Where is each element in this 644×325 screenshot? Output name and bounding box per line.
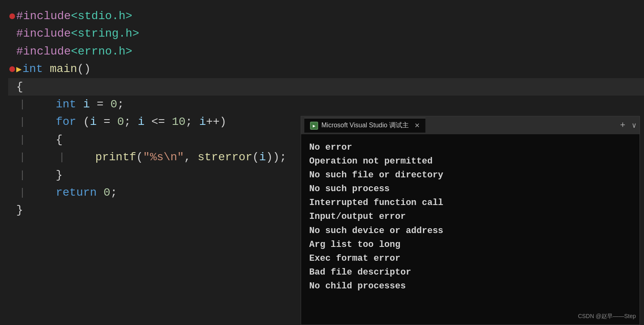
kw-return: return xyxy=(56,184,97,201)
for-semi2: ; xyxy=(186,113,199,131)
include-keyword-1: #include xyxy=(16,7,71,25)
terminal-tab-actions: + ∨ xyxy=(620,120,636,131)
gutter-10: | xyxy=(16,167,28,183)
gutter-6: | xyxy=(16,96,28,113)
var-i-5: i xyxy=(259,148,266,166)
kw-int: int xyxy=(22,60,43,78)
parens: () xyxy=(77,60,91,78)
terminal-output-line: Bad file descriptor xyxy=(309,266,631,279)
arrow-indicator: ▶ xyxy=(16,63,22,77)
gutter-8: | xyxy=(16,132,28,148)
func-printf: printf xyxy=(95,148,136,166)
kw-int-2: int xyxy=(56,96,76,113)
gutter-7: | xyxy=(16,114,28,130)
include-header-3: <errno.h> xyxy=(71,43,132,60)
num-10: 10 xyxy=(172,113,186,131)
code-line-3: #include<errno.h> xyxy=(8,43,644,60)
printf-format: "%s\n" xyxy=(143,148,184,166)
terminal-tab-label: Microsoft Visual Studio 调试主 xyxy=(321,121,409,130)
var-i: i xyxy=(83,96,90,113)
terminal-output-line: Input/output error xyxy=(309,210,631,224)
terminal-output-line: Interrupted function call xyxy=(309,196,631,210)
code-line-5: { xyxy=(8,78,644,96)
space xyxy=(43,60,50,78)
func-strerror: strerror xyxy=(198,148,252,166)
watermark: CSDN @赵早——Step xyxy=(578,313,636,320)
open-brace-for: { xyxy=(56,131,63,148)
terminal-output-line: Arg list too long xyxy=(309,238,631,252)
var-i-3: i xyxy=(138,113,145,131)
terminal-tab[interactable]: ▶ Microsoft Visual Studio 调试主 ✕ xyxy=(304,118,425,133)
breakpoint-4 xyxy=(8,66,16,72)
var-i-4: i xyxy=(199,113,206,131)
strerror-open: ( xyxy=(252,148,259,166)
gutter-9b: | xyxy=(56,149,68,166)
terminal-panel: ▶ Microsoft Visual Studio 调试主 ✕ + ∨ No e… xyxy=(301,116,640,325)
indent-9a xyxy=(28,148,56,166)
return-space xyxy=(97,184,104,201)
eq-6: = xyxy=(90,96,110,113)
terminal-output-line: No such file or directory xyxy=(309,168,631,182)
func-main: main xyxy=(50,60,77,78)
terminal-body: No errorOperation not permittedNo such f… xyxy=(301,134,640,325)
gutter-11: | xyxy=(16,185,28,201)
close-brace-main: } xyxy=(16,201,23,219)
strerror-close: )); xyxy=(266,148,286,166)
include-header-1: <stdio.h> xyxy=(71,7,132,25)
terminal-output-line: Operation not permitted xyxy=(309,155,631,168)
kw-for: for xyxy=(56,113,76,131)
terminal-output-line: No child processes xyxy=(309,279,631,293)
open-brace-main: { xyxy=(16,78,23,96)
printf-comma: , xyxy=(184,148,198,166)
terminal-output-line: No such process xyxy=(309,182,631,196)
breakpoint-1 xyxy=(8,13,16,19)
code-line-1: #include<stdio.h> xyxy=(8,7,644,25)
indent-10 xyxy=(28,166,56,184)
indent-8 xyxy=(28,131,56,148)
indent-7 xyxy=(28,113,56,131)
semi-6: ; xyxy=(117,96,124,113)
indent-9b xyxy=(68,148,95,166)
num-0-3: 0 xyxy=(104,184,111,201)
space-6 xyxy=(76,96,83,113)
num-0-2: 0 xyxy=(117,113,124,131)
indent-11 xyxy=(28,184,56,201)
for-op: <= xyxy=(145,113,172,131)
code-line-6: | int i = 0 ; xyxy=(8,96,644,113)
num-0: 0 xyxy=(111,96,117,113)
return-semi: ; xyxy=(111,184,117,201)
for-eq: = xyxy=(97,113,117,131)
code-line-4: ▶ int main() xyxy=(8,60,644,78)
terminal-add-icon[interactable]: + xyxy=(620,120,625,131)
for-inc: ++) xyxy=(206,113,226,131)
terminal-chevron-icon[interactable]: ∨ xyxy=(632,121,636,130)
terminal-tab-icon: ▶ xyxy=(310,122,318,130)
terminal-output-line: Exec format error xyxy=(309,252,631,266)
for-semi1: ; xyxy=(124,113,138,131)
code-line-2: #include<string.h> xyxy=(8,25,644,42)
close-brace-for: } xyxy=(56,166,63,184)
indent-6 xyxy=(28,96,56,113)
for-space: ( xyxy=(76,113,90,131)
terminal-tab-bar: ▶ Microsoft Visual Studio 调试主 ✕ + ∨ xyxy=(301,116,640,134)
gutter-9: | xyxy=(16,149,28,166)
include-header-2: <string.h> xyxy=(71,25,139,42)
terminal-output-line: No such device or address xyxy=(309,224,631,238)
include-keyword-2: #include xyxy=(16,25,71,42)
include-keyword-3: #include xyxy=(16,43,71,60)
terminal-tab-close-icon[interactable]: ✕ xyxy=(414,122,420,129)
printf-open: ( xyxy=(136,148,143,166)
svg-text:▶: ▶ xyxy=(313,123,316,129)
var-i-2: i xyxy=(90,113,97,131)
terminal-output-line: No error xyxy=(309,141,631,155)
